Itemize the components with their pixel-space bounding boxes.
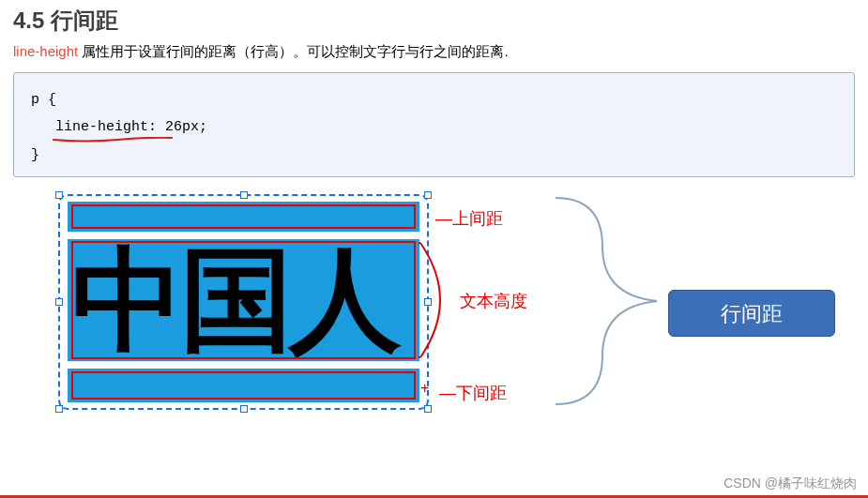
keyword-line-height: line-height [13,43,78,59]
dash-icon: — [439,384,456,402]
code-line-1: p { [31,86,837,113]
annotation-top-gap: —上间距 [435,207,503,230]
cross-icon: + [420,380,429,397]
handle-icon [240,191,248,199]
code-line-3: } [31,142,837,169]
line-height-diagram: 中国人 —上间距 文本高度 + —下间距 行间距 [58,194,828,429]
annotation-text-height: 文本高度 [460,290,527,312]
handle-icon [55,191,63,199]
selection-box [58,194,429,410]
handle-icon [424,191,432,199]
annotation-bottom-gap: —下间距 [439,382,507,404]
intro-text: 属性用于设置行间的距离（行高）。可以控制文字行与行之间的距离. [78,43,508,59]
code-block: p { line-height: 26px; } [13,72,855,177]
section-heading: 4.5 行间距 [13,6,855,36]
watermark: CSDN @橘子味红烧肉 [723,475,857,492]
code-line-2: line-height: 26px; [31,113,207,141]
handle-icon [424,405,432,413]
handle-icon [240,405,248,413]
dash-icon: — [435,209,452,228]
intro-paragraph: line-height 属性用于设置行间的距离（行高）。可以控制文字行与行之间的… [13,43,855,61]
handle-icon [55,298,63,306]
callout-line-height: 行间距 [668,290,835,337]
handle-icon [424,298,432,306]
curly-brace-icon [546,192,659,410]
handle-icon [55,405,63,413]
